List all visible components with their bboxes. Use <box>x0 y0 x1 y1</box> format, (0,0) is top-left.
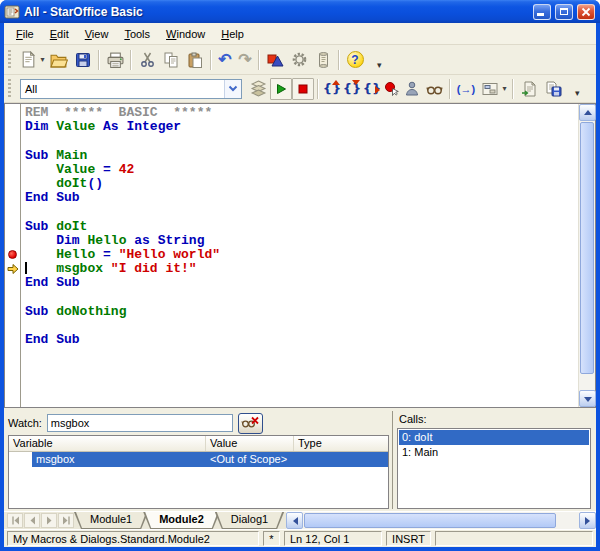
editor-vertical-scrollbar[interactable] <box>578 104 595 407</box>
code-line[interactable]: Value = 42 <box>25 163 578 177</box>
toolbar-separator <box>258 50 260 70</box>
step-into-button[interactable]: {} <box>342 77 362 101</box>
watch-table-header[interactable]: Variable Value Type <box>9 436 388 452</box>
find-parentheses-button[interactable]: (→) <box>454 77 478 101</box>
code-line[interactable] <box>25 134 578 148</box>
redo-icon: ↷ <box>238 52 251 68</box>
code-line[interactable]: Sub doIt <box>25 220 578 234</box>
tab-next-button[interactable] <box>41 513 57 528</box>
scroll-right-button[interactable] <box>579 512 596 529</box>
menu-item-help[interactable]: Help <box>213 25 252 43</box>
call-stack-item[interactable]: 1: Main <box>399 445 589 460</box>
cut-button[interactable] <box>135 48 159 72</box>
code-line[interactable]: End Sub <box>25 333 578 347</box>
tab-module2[interactable]: Module2 <box>143 512 220 529</box>
scroll-up-button[interactable] <box>579 104 596 121</box>
breakpoint-marker[interactable] <box>8 250 17 259</box>
status-modified-flag: * <box>263 531 280 546</box>
code-line[interactable]: End Sub <box>25 276 578 290</box>
panel-splitter[interactable] <box>389 411 397 509</box>
save-source-button[interactable] <box>541 77 565 101</box>
menu-bar: FileEditViewToolsWindowHelp <box>4 23 596 45</box>
breakpoint-gutter[interactable] <box>5 104 21 407</box>
save-button[interactable] <box>71 48 95 72</box>
column-header-value[interactable]: Value <box>206 436 294 451</box>
stop-square-icon <box>297 83 309 95</box>
toolbar-overflow-button[interactable]: ▾ <box>575 88 580 100</box>
remove-watch-button[interactable] <box>238 413 263 434</box>
enable-watch-button[interactable] <box>422 77 446 101</box>
help-button[interactable]: ? <box>343 48 367 72</box>
run-play-icon <box>275 83 287 95</box>
library-combobox-dropdown[interactable] <box>224 80 241 98</box>
code-line[interactable]: doIt() <box>25 177 578 191</box>
code-line[interactable]: Sub doNothing <box>25 305 578 319</box>
insert-object-button[interactable] <box>263 48 287 72</box>
breakpoint-button[interactable] <box>382 77 402 101</box>
toolbar-grip[interactable] <box>7 50 12 70</box>
menu-item-file[interactable]: File <box>8 25 42 43</box>
menu-item-view[interactable]: View <box>77 25 117 43</box>
toolbar-grip[interactable] <box>7 79 12 99</box>
call-stack-item[interactable]: 0: doIt <box>399 430 589 445</box>
code-line[interactable]: msgbox "I did it!" <box>25 262 578 276</box>
tab-first-button[interactable] <box>7 513 23 528</box>
tab-module1[interactable]: Module1 <box>74 512 148 529</box>
title-bar[interactable]: All - StarOffice Basic <box>0 0 600 23</box>
code-area[interactable]: REM ***** BASIC *****Dim Value As Intege… <box>21 104 578 407</box>
compile-button[interactable] <box>246 77 270 101</box>
toolbar-separator <box>512 79 514 99</box>
print-button[interactable] <box>103 48 127 72</box>
code-line[interactable] <box>25 205 578 219</box>
maximize-button[interactable] <box>555 4 573 20</box>
redo-button[interactable]: ↷ <box>235 48 255 72</box>
watch-panel: Watch: Variable Value <box>8 411 389 509</box>
code-line[interactable]: Sub Main <box>25 149 578 163</box>
watch-row-expander <box>9 452 32 467</box>
menu-item-window[interactable]: Window <box>158 25 213 43</box>
library-combobox[interactable]: All <box>20 79 242 99</box>
code-line[interactable]: Hello = "Hello world" <box>25 248 578 262</box>
new-document-button[interactable] <box>16 48 40 72</box>
close-button[interactable] <box>577 4 595 20</box>
horizontal-scrollbar[interactable] <box>286 512 596 529</box>
column-header-variable[interactable]: Variable <box>9 436 206 451</box>
manage-breakpoints-button[interactable] <box>402 77 422 101</box>
tab-last-button[interactable] <box>58 513 74 528</box>
controls-button[interactable] <box>478 77 502 101</box>
open-button[interactable] <box>47 48 71 72</box>
tab-previous-button[interactable] <box>24 513 40 528</box>
macros-button[interactable] <box>311 48 335 72</box>
toolbar-separator <box>317 79 319 99</box>
toolbar-overflow-button[interactable]: ▾ <box>377 60 382 72</box>
settings-button[interactable] <box>287 48 311 72</box>
code-line[interactable]: Dim Hello as String <box>25 234 578 248</box>
paste-button[interactable] <box>183 48 207 72</box>
undo-button[interactable]: ↶ <box>215 48 235 72</box>
status-insert-mode[interactable]: INSRT <box>386 531 431 546</box>
step-out-button[interactable]: {} <box>362 77 382 101</box>
tab-dialog1[interactable]: Dialog1 <box>215 512 284 529</box>
watch-input[interactable] <box>47 414 233 432</box>
copy-button[interactable] <box>159 48 183 72</box>
minimize-button[interactable] <box>533 4 551 20</box>
call-stack-list[interactable]: 0: doIt1: Main <box>397 428 591 509</box>
stop-button[interactable] <box>292 78 314 100</box>
scroll-left-button[interactable] <box>286 512 303 529</box>
scroll-down-button[interactable] <box>579 390 596 407</box>
watch-row[interactable]: msgbox<Out of Scope> <box>9 452 388 467</box>
scrollbar-thumb[interactable] <box>304 513 556 528</box>
step-over-button[interactable]: {} <box>322 77 342 101</box>
scrollbar-thumb[interactable] <box>580 122 594 374</box>
menu-item-tools[interactable]: Tools <box>116 25 158 43</box>
run-button[interactable] <box>270 78 292 100</box>
code-line[interactable]: End Sub <box>25 191 578 205</box>
menu-item-edit[interactable]: Edit <box>42 25 77 43</box>
library-combobox-value: All <box>21 83 224 95</box>
code-line[interactable]: REM ***** BASIC ***** <box>25 106 578 120</box>
code-line[interactable]: Dim Value As Integer <box>25 120 578 134</box>
column-header-type[interactable]: Type <box>294 436 388 451</box>
code-line[interactable] <box>25 290 578 304</box>
insert-source-text-button[interactable] <box>517 77 541 101</box>
code-line[interactable] <box>25 319 578 333</box>
